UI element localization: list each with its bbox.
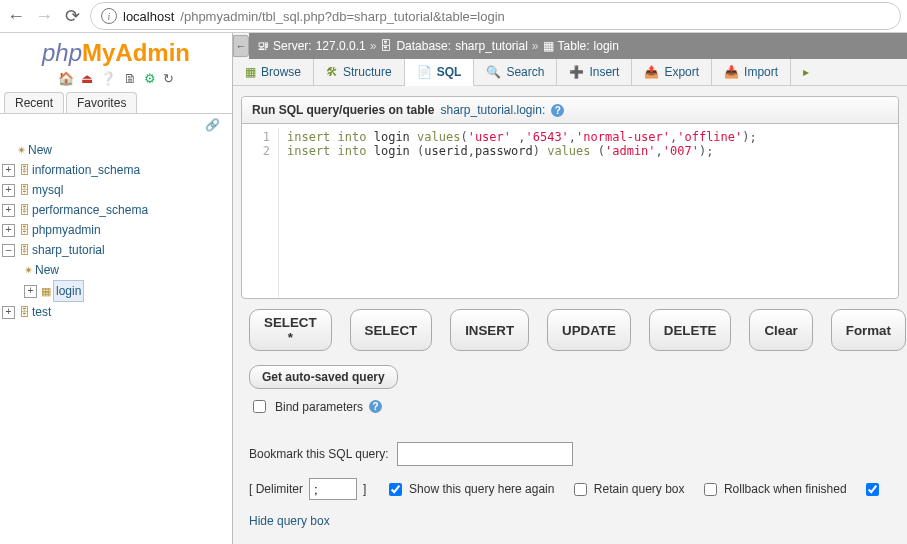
db-icon: 🗄	[19, 302, 30, 322]
rollback-label[interactable]: Rollback when finished	[700, 480, 847, 499]
db-tree: ✴New +🗄information_schema +🗄mysql +🗄perf…	[0, 136, 232, 322]
db-icon: 🗄	[19, 180, 30, 200]
database-icon: 🗄	[380, 39, 392, 53]
expand-icon[interactable]: +	[2, 306, 15, 319]
bc-table-label: Table:	[558, 39, 590, 53]
structure-icon: 🛠	[326, 65, 338, 79]
delimiter-close: ]	[363, 482, 366, 496]
code-lines[interactable]: insert into login values('user' ,'6543',…	[279, 128, 898, 298]
sidebar-tabs: Recent Favorites	[0, 92, 232, 114]
collapse-icon[interactable]: –	[2, 244, 15, 257]
hide-query-link[interactable]: Hide query box	[241, 506, 899, 528]
forward-icon[interactable]: →	[34, 6, 54, 27]
bc-server-label: Server:	[273, 39, 312, 53]
browse-icon: ▦	[245, 65, 256, 79]
address-bar[interactable]: i localhost /phpmyadmin/tbl_sql.php?db=s…	[90, 2, 901, 30]
reload-icon[interactable]: ⟳	[62, 5, 82, 27]
docs-icon[interactable]: ❔	[100, 71, 116, 86]
tree-db[interactable]: +🗄mysql	[2, 180, 232, 200]
show-again-label[interactable]: Show this query here again	[385, 480, 554, 499]
sql-options-row: [ Delimiter ] Show this query here again…	[241, 470, 899, 506]
tab-search[interactable]: 🔍Search	[474, 59, 557, 85]
auto-saved-button[interactable]: Get auto-saved query	[249, 365, 398, 389]
link-panel-icon[interactable]: 🔗	[0, 114, 232, 136]
sidebar-shortcut-bar: 🏠 ⏏ ❔ 🗎 ⚙ ↻	[0, 69, 232, 92]
sql-icon[interactable]: 🗎	[124, 71, 137, 86]
tree-db-expanded[interactable]: –🗄sharp_tutorial	[2, 240, 232, 260]
bc-db-label: Database:	[396, 39, 451, 53]
format-button[interactable]: Format	[831, 309, 906, 351]
sql-query-box: Run SQL query/queries on table sharp_tut…	[241, 96, 899, 299]
settings-icon[interactable]: ⚙	[144, 71, 156, 86]
delete-button[interactable]: DELETE	[649, 309, 732, 351]
export-icon: 📤	[644, 65, 659, 79]
tree-new[interactable]: ✴New	[2, 140, 232, 160]
tree-table-login[interactable]: +▦login	[2, 280, 232, 302]
sql-box-header: Run SQL query/queries on table sharp_tut…	[242, 97, 898, 124]
tab-import[interactable]: 📥Import	[712, 59, 791, 85]
bind-params-checkbox[interactable]	[253, 400, 266, 413]
site-info-icon[interactable]: i	[101, 8, 117, 24]
collapse-sidebar-button[interactable]: ←	[233, 35, 249, 57]
url-host: localhost	[123, 9, 174, 24]
tab-insert[interactable]: ➕Insert	[557, 59, 632, 85]
delimiter-input[interactable]	[309, 478, 357, 500]
retain-label[interactable]: Retain query box	[570, 480, 685, 499]
trailing-checkbox[interactable]	[866, 483, 879, 496]
breadcrumb: 🖳 Server: 127.0.0.1 » 🗄 Database: sharp_…	[249, 33, 907, 59]
retain-checkbox[interactable]	[574, 483, 587, 496]
server-icon: 🖳	[257, 39, 269, 53]
insert-icon: ➕	[569, 65, 584, 79]
help-icon[interactable]: ?	[369, 400, 382, 413]
select-star-button[interactable]: SELECT *	[249, 309, 332, 351]
tab-favorites[interactable]: Favorites	[66, 92, 137, 113]
reload-tree-icon[interactable]: ↻	[163, 71, 174, 86]
table-icon: ▦	[41, 281, 51, 301]
expand-icon[interactable]: +	[24, 285, 37, 298]
sql-editor[interactable]: 12 insert into login values('user' ,'654…	[242, 124, 898, 298]
tab-more[interactable]: ▸	[791, 59, 821, 85]
main-panel: ← 🖳 Server: 127.0.0.1 » 🗄 Database: shar…	[232, 33, 907, 544]
tab-recent[interactable]: Recent	[4, 92, 64, 113]
tree-db[interactable]: +🗄performance_schema	[2, 200, 232, 220]
clear-button[interactable]: Clear	[749, 309, 812, 351]
bc-server-link[interactable]: 127.0.0.1	[316, 39, 366, 53]
logout-icon[interactable]: ⏏	[81, 71, 93, 86]
help-icon[interactable]: ?	[551, 104, 564, 117]
bookmark-input[interactable]	[397, 442, 573, 466]
gutter: 12	[242, 128, 279, 298]
import-icon: 📥	[724, 65, 739, 79]
back-icon[interactable]: ←	[6, 6, 26, 27]
home-icon[interactable]: 🏠	[58, 71, 74, 86]
bind-params-label[interactable]: Bind parameters ?	[249, 397, 891, 416]
browser-toolbar: ← → ⟳ i localhost /phpmyadmin/tbl_sql.ph…	[0, 0, 907, 33]
expand-icon[interactable]: +	[2, 184, 15, 197]
sql-shortcut-buttons: SELECT * SELECT INSERT UPDATE DELETE Cle…	[241, 299, 899, 361]
db-icon: 🗄	[19, 200, 30, 220]
expand-icon[interactable]: +	[2, 204, 15, 217]
tree-new-table[interactable]: ✴New	[2, 260, 232, 280]
select-button[interactable]: SELECT	[350, 309, 433, 351]
rollback-checkbox[interactable]	[704, 483, 717, 496]
db-icon: 🗄	[19, 160, 30, 180]
show-again-checkbox[interactable]	[389, 483, 402, 496]
bookmark-label: Bookmark this SQL query:	[249, 447, 389, 461]
tree-db[interactable]: +🗄phpmyadmin	[2, 220, 232, 240]
tree-db[interactable]: +🗄test	[2, 302, 232, 322]
sql-box-table-link[interactable]: sharp_tutorial.login:	[440, 103, 545, 117]
update-button[interactable]: UPDATE	[547, 309, 631, 351]
tree-db[interactable]: +🗄information_schema	[2, 160, 232, 180]
expand-icon[interactable]: +	[2, 164, 15, 177]
tab-browse[interactable]: ▦Browse	[233, 59, 314, 85]
insert-button[interactable]: INSERT	[450, 309, 529, 351]
tab-structure[interactable]: 🛠Structure	[314, 59, 405, 85]
sidebar: phpMyAdmin 🏠 ⏏ ❔ 🗎 ⚙ ↻ Recent Favorites …	[0, 33, 232, 544]
bc-table-link[interactable]: login	[594, 39, 619, 53]
db-icon: 🗄	[19, 240, 30, 260]
tab-export[interactable]: 📤Export	[632, 59, 712, 85]
bc-db-link[interactable]: sharp_tutorial	[455, 39, 528, 53]
tab-sql[interactable]: 📄SQL	[405, 59, 475, 86]
phpmyadmin-logo: phpMyAdmin	[0, 33, 232, 69]
expand-icon[interactable]: +	[2, 224, 15, 237]
url-path: /phpmyadmin/tbl_sql.php?db=sharp_tutoria…	[180, 9, 505, 24]
